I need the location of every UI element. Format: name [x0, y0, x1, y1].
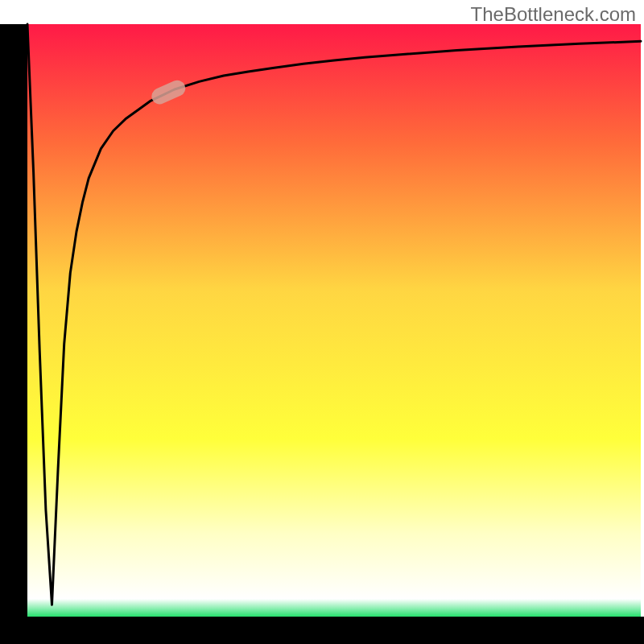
axis-frame-left: [0, 24, 27, 644]
chart-svg: [0, 0, 644, 644]
attribution-text: TheBottleneck.com: [471, 3, 636, 26]
plot-background-gradient: [27, 24, 641, 617]
axis-frame-bottom: [0, 617, 644, 644]
chart-stage: TheBottleneck.com: [0, 0, 644, 644]
